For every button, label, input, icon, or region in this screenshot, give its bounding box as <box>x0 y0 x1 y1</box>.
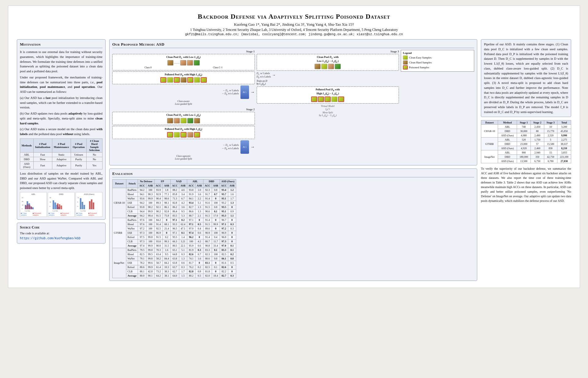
summary-row-dbd: DBD Slow Adaptive Purify No <box>20 157 102 161</box>
svg-rect-8 <box>32 207 34 209</box>
th-nad-acc: ACC <box>171 183 179 188</box>
svg-text:25: 25 <box>22 197 24 198</box>
row-cifar10-refool: Refool 93.898.2 92.186.1 86.23.6 82.71.3… <box>113 205 236 209</box>
middle-column: Our Proposed Method: ASD Stage 1 Clean P… <box>109 39 477 281</box>
rt-stage2: Stage 2 <box>531 120 544 125</box>
stage3-label: Stage 3 <box>257 50 399 53</box>
diagram-area: Stage 1 Clean Pool DC with Low L1(fθ) …… <box>112 50 474 163</box>
source-code-title: Source Code <box>20 225 102 230</box>
col-clean-hard: # Clean Hard Sample Selection <box>87 138 102 152</box>
th-dataset: Dataset <box>113 179 126 188</box>
method-box: Our Proposed Method: ASD Stage 1 Clean P… <box>109 39 477 165</box>
stage2-group: Stage 2 Clean Pool DC with Low L1(fθ) <box>112 108 255 160</box>
svg-rect-10 <box>27 204 28 209</box>
stage2-arrow-row: → DC w/ Labels → DP w/o Labels fθ(·) → <box>112 140 255 154</box>
chart-dbd: DBD 20 10 0 Loss Value <box>48 192 75 217</box>
svg-text:Loss Value: Loss Value <box>25 210 30 212</box>
paper-affiliations: 1 Tsinghua University, 2 Tencent Securit… <box>17 28 571 32</box>
th-asd-acc: ACC <box>220 183 228 188</box>
th-dbd-acc: ACC <box>203 183 212 188</box>
pipeline-text-box: Pipeline of our ASD. It mainly contains … <box>481 39 571 117</box>
motivation-para1: It is common to use external data for tr… <box>20 50 102 74</box>
motivation-title: Motivation <box>20 42 102 48</box>
svg-text:10: 10 <box>22 204 24 206</box>
stage3-clean-pool: Clean Pool DC withLow L1(fθ) − L1(fθ') <box>257 54 399 71</box>
svg-text:0: 0 <box>50 206 50 207</box>
paper-authors: Kuofeng Gao 1*, Yang Bai 2*, Jindong Gu … <box>17 22 571 27</box>
row-gtsrb-wanet: WaNet 97.2100 92.521.4 96.547.1 97.00.4 … <box>113 226 236 231</box>
th-dbd-asr: ASR <box>212 183 220 188</box>
th-nd-acc: ACC <box>138 183 146 188</box>
stage1-polluted-pool: Polluted Pool DP with High L1(fθ) <box>112 71 255 85</box>
chart-dbd-svg: 20 10 0 Loss Value <box>49 196 74 212</box>
motivation-box: Motivation It is common to use external … <box>17 39 106 220</box>
th-no-defense: No Defense <box>138 179 154 183</box>
legend-poisoned: Poisoned Samples <box>403 65 472 70</box>
svg-text:12: 12 <box>77 197 79 198</box>
left-column: Motivation It is common to use external … <box>17 39 106 244</box>
motivation-para5: (c) Our ASD trains a secure model on the… <box>20 127 102 137</box>
rt-method: Method <box>498 120 517 125</box>
chart-abl-svg: 25 20 10 0 <box>21 196 46 212</box>
legend-box: Legend Clean Easy Samples Clean Hard Sam… <box>401 50 474 72</box>
legend-title: Legend <box>403 51 472 55</box>
cell-gtsrb: GTSRB <box>113 218 126 248</box>
stage3-area: Stage 3 Clean Pool DC withLow L1(fθ) − L… <box>257 50 399 117</box>
virtual-model: Virtual Modelfθ'(·) <box>257 105 399 111</box>
model-f-theta-1: fθ(·) <box>240 85 249 99</box>
svg-rect-9 <box>25 206 27 209</box>
right-table-container: Dataset Method Stage 1 Stage 2 Stage 3 T… <box>481 120 571 163</box>
row-imagenet-blend: Blend 82.599.5 63.49.5 64.80.3 82.60.7 8… <box>113 252 236 256</box>
source-code-body: The code is available at: https://github… <box>20 231 102 241</box>
evaluation-box: Evaluation Dataset Attack No Defense FP … <box>109 168 477 281</box>
svg-rect-33 <box>93 202 94 209</box>
col-pool-init: # Pool Initialization <box>33 138 52 152</box>
svg-text:20: 20 <box>22 201 24 202</box>
th-nd-asr: ASR <box>146 183 154 188</box>
row-gtsrb-refool: Refool 97.599.8 91.50.2 95.51.4 96.20 91… <box>113 235 236 239</box>
th-nad: NAD <box>171 179 187 183</box>
th-dbd: DBD <box>203 179 220 183</box>
row-cifar10-iab: IAB 94.2100 89.398.1 82.84.2 93.45.1 91.… <box>113 201 236 205</box>
svg-text:Loss Value: Loss Value <box>53 210 58 212</box>
svg-rect-11 <box>29 205 30 209</box>
chart-asd-svg: 12 6 0 Loss Value <box>76 196 102 212</box>
summary-row-asd: ASD (Ours) Fast Adaptive Purify Yes <box>20 161 102 169</box>
stage1-arrow-row: → DC w/ Labels → DP w/o Labels fθ(·) → <box>112 85 255 99</box>
th-abl: ABL <box>187 179 203 183</box>
row-cifar10-avg: Average 94.299.4 91.575.8 83.55.3 88.72.… <box>113 214 236 218</box>
svg-rect-31 <box>89 201 91 209</box>
right-column: Pipeline of our ASD. It mainly contains … <box>481 39 571 203</box>
motivation-para2: Under our proposed framework, the mechan… <box>20 75 102 94</box>
legend-clean-hard: Clean Hard Samples <box>403 60 472 65</box>
svg-text:6: 6 <box>77 201 78 203</box>
arrow-right-2: → <box>251 145 255 149</box>
paper-container: Backdoor Defense via Adaptively Splittin… <box>8 6 580 288</box>
evaluation-title: Evaluation <box>112 171 474 177</box>
svg-rect-23 <box>61 206 62 209</box>
th-attack: Attack <box>126 179 138 188</box>
row-imagenet-avg: Average 80.090.1 64.238.1 64.01.5 80.20.… <box>113 274 236 278</box>
row-imagenet-refool: Refool 80.699.9 61.410.3 63.70.3 76.20.2… <box>113 265 236 269</box>
col-pool-maint: # Pool Maintenance <box>52 138 71 152</box>
right-text: To verify the superiority of our backdoo… <box>481 166 571 203</box>
diagram-stages: Stage 1 Clean Pool DC with Low L1(fθ) …… <box>112 50 255 163</box>
source-code-link[interactable]: https://github.com/KuofengGao/ASD <box>20 237 80 240</box>
rt-row-3: GTSRB ABL5201,75052,275 <box>481 138 571 142</box>
svg-rect-12 <box>31 207 32 209</box>
chart-abl: ABL 25 20 10 0 <box>20 192 47 217</box>
motivation-body: It is common to use external data for tr… <box>20 50 102 137</box>
stage2-clean-pool: Clean Pool DC with Low L1(fθ) <box>112 112 255 125</box>
row-cifar10-clb: CLB 94.499.9 90.292.8 86.49.5 86.61.3 90… <box>113 209 236 214</box>
stage3-polluted-pool: Polluted Pool DP withHigh L1(fθ) − L1(fθ… <box>257 86 399 103</box>
svg-text:Loss Value: Loss Value <box>80 210 86 212</box>
row-cifar10-badnets: CIFAR-10 BadNets 94.2100 93.91.8 88.24.6… <box>113 188 236 192</box>
train-on-d: Train on Dby L2(fθ') <box>257 80 399 86</box>
motivation-para4: (b) Our ASD updates two data pools adapt… <box>20 111 102 126</box>
stage1-clean-pool: Clean Pool DC with Low L1(fθ) …… Clas <box>112 54 255 70</box>
th-abl-asr: ASR <box>195 183 203 188</box>
legend-clean-easy: Clean Easy Samples <box>403 55 472 60</box>
th-fp: FP <box>154 179 170 183</box>
summary-row-abl: ABL Fast Static Unlearn No <box>20 152 102 157</box>
svg-rect-17 <box>53 200 54 209</box>
